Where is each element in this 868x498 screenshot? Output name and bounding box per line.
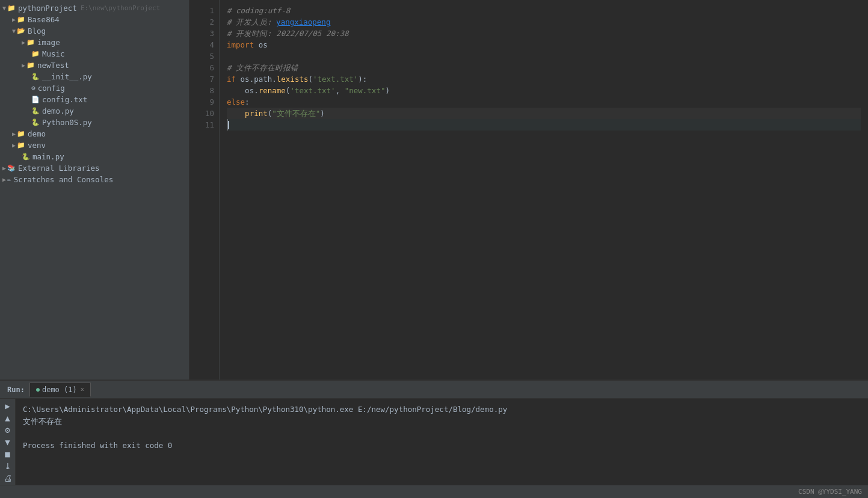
console-cmd-line: C:\Users\Administrator\AppData\Local\Pro…	[23, 404, 861, 416]
code-line-10: print("文件不存在")	[227, 108, 861, 119]
tree-item-label: demo.py	[42, 106, 74, 115]
tree-item-label: image	[37, 38, 60, 47]
expand-arrow: ▶	[12, 131, 16, 137]
tree-item-Python0S-py[interactable]: 🐍 Python0S.py	[0, 117, 189, 128]
expand-arrow: ▶	[2, 176, 6, 183]
code-line-2: # 开发人员: yangxiaopeng	[227, 16, 861, 28]
scroll-end-button[interactable]: ⤓	[2, 461, 14, 471]
close-tab-button[interactable]: ×	[81, 386, 84, 393]
console-exit-line: Process finished with exit code 0	[23, 440, 861, 452]
code-line-3: # 开发时间: 2022/07/05 20:38	[227, 28, 861, 39]
tree-item-demo-folder[interactable]: ▶ 📁 demo	[0, 128, 189, 140]
tree-item-label: demo	[28, 129, 46, 138]
folder-icon: 📁	[17, 130, 25, 138]
tree-item-label: __init__.py	[42, 72, 92, 81]
scratches-icon: ✏	[7, 176, 11, 183]
tree-item-label: venv	[28, 141, 46, 150]
code-editor[interactable]: 1 2 3 4 5 6 7 8 9 10 11 # coding:utf-8 #…	[189, 0, 868, 380]
tree-item-venv[interactable]: ▶ 📁 venv	[0, 140, 189, 151]
tree-item-label: pythonProject	[18, 4, 77, 13]
tree-item-newTest[interactable]: ▶ 📁 newTest	[0, 60, 189, 71]
tree-item-label: Base864	[28, 15, 60, 24]
console-output-line2	[23, 428, 861, 440]
external-lib-icon: 📚	[7, 164, 16, 172]
expand-arrow: ▶	[22, 39, 25, 46]
tree-path-label: E:\new\pythonProject	[81, 4, 160, 12]
run-tabs-bar: Run: ● demo (1) ×	[0, 381, 868, 399]
expand-arrow: ▼	[2, 5, 6, 11]
tree-item-pythonProject[interactable]: ▼ 📁 pythonProject E:\new\pythonProject	[0, 2, 189, 14]
tree-item-label: config.txt	[42, 95, 87, 104]
tree-item-init-py[interactable]: 🐍 __init__.py	[0, 71, 189, 82]
tree-item-label: Python0S.py	[42, 118, 92, 127]
scroll-down-button[interactable]: ▼	[2, 437, 14, 447]
run-tab-label: demo (1)	[42, 386, 77, 394]
tree-item-label: Blog	[28, 26, 46, 35]
folder-icon: 📁	[26, 61, 35, 69]
tree-item-label: newTest	[37, 61, 69, 70]
folder-icon: 📁	[17, 16, 25, 23]
run-tab-demo[interactable]: ● demo (1) ×	[29, 383, 91, 397]
folder-open-icon: 📂	[17, 27, 25, 35]
tree-item-config[interactable]: ⚙ config	[0, 82, 189, 94]
tree-item-config-txt[interactable]: 📄 config.txt	[0, 94, 189, 105]
code-line-9: else:	[227, 96, 861, 108]
py-file-icon: 🐍	[31, 118, 40, 126]
cfg-file-icon: ⚙	[31, 84, 35, 92]
expand-arrow: ▶	[12, 142, 16, 149]
code-line-6: # 文件不存在时报错	[227, 62, 861, 73]
settings-button[interactable]: ⚙	[2, 425, 14, 435]
tree-item-label: Scratches and Consoles	[14, 175, 114, 184]
project-tree[interactable]: ▼ 📁 pythonProject E:\new\pythonProject ▶…	[0, 0, 189, 380]
code-line-11	[227, 119, 861, 131]
expand-arrow: ▶	[22, 62, 25, 69]
code-line-8: os.rename('text.txt', "new.txt")	[227, 85, 861, 96]
expand-arrow: ▶	[12, 16, 16, 23]
folder-icon: 📁	[26, 38, 35, 46]
tree-item-label: Music	[42, 49, 65, 58]
expand-arrow: ▼	[12, 28, 16, 34]
code-line-7: if os.path.lexists('text.txt'):	[227, 73, 861, 85]
run-label: Run:	[2, 386, 29, 394]
code-content[interactable]: # coding:utf-8 # 开发人员: yangxiaopeng # 开发…	[220, 0, 868, 380]
venv-folder-icon: 📁	[17, 141, 25, 149]
tree-item-label: External Libraries	[18, 164, 99, 173]
tree-item-image[interactable]: ▶ 📁 image	[0, 37, 189, 48]
txt-file-icon: 📄	[31, 96, 40, 103]
console-content-wrap: ▶ ▲ ⚙ ▼ ■ ⤓ 🖨 🗑 C:\Users\Administrator\A…	[0, 399, 868, 485]
status-credit: CSDN @YYDSI_YANG	[798, 488, 862, 496]
console-toolbar: ▶ ▲ ⚙ ▼ ■ ⤓ 🖨 🗑	[0, 399, 16, 485]
py-file-icon: 🐍	[31, 107, 40, 115]
folder-icon: 📁	[7, 4, 16, 12]
run-panel: Run: ● demo (1) × ▶ ▲ ⚙ ▼ ■ ⤓ 🖨 🗑 C:\Use…	[0, 380, 868, 485]
console-output-line1: 文件不存在	[23, 416, 861, 428]
run-dot-icon: ●	[36, 386, 40, 393]
tree-item-main-py[interactable]: 🐍 main.py	[0, 151, 189, 162]
console-output: C:\Users\Administrator\AppData\Local\Pro…	[16, 399, 868, 485]
code-line-1: # coding:utf-8	[227, 5, 861, 16]
run-button[interactable]: ▶	[2, 401, 14, 411]
folder-icon: 📁	[31, 50, 40, 58]
tree-item-label: config	[38, 84, 65, 93]
scroll-up-button[interactable]: ▲	[2, 413, 14, 423]
tree-item-Base864[interactable]: ▶ 📁 Base864	[0, 14, 189, 25]
line-numbers: 1 2 3 4 5 6 7 8 9 10 11	[189, 0, 220, 380]
print-button[interactable]: 🖨	[2, 473, 14, 483]
tree-item-external-libraries[interactable]: ▶ 📚 External Libraries	[0, 162, 189, 174]
status-bar: CSDN @YYDSI_YANG	[0, 485, 868, 498]
py-file-icon: 🐍	[31, 73, 40, 81]
py-file-icon: 🐍	[22, 153, 30, 161]
expand-arrow: ▶	[2, 165, 6, 171]
tree-item-scratches-consoles[interactable]: ▶ ✏ Scratches and Consoles	[0, 174, 189, 185]
tree-item-Blog[interactable]: ▼ 📂 Blog	[0, 25, 189, 37]
tree-item-demo-py[interactable]: 🐍 demo.py	[0, 105, 189, 117]
code-line-5	[227, 51, 861, 62]
tree-item-Music[interactable]: 📁 Music	[0, 48, 189, 60]
code-line-4: import os	[227, 39, 861, 51]
tree-item-label: main.py	[32, 152, 64, 161]
stop-button[interactable]: ■	[2, 449, 14, 459]
